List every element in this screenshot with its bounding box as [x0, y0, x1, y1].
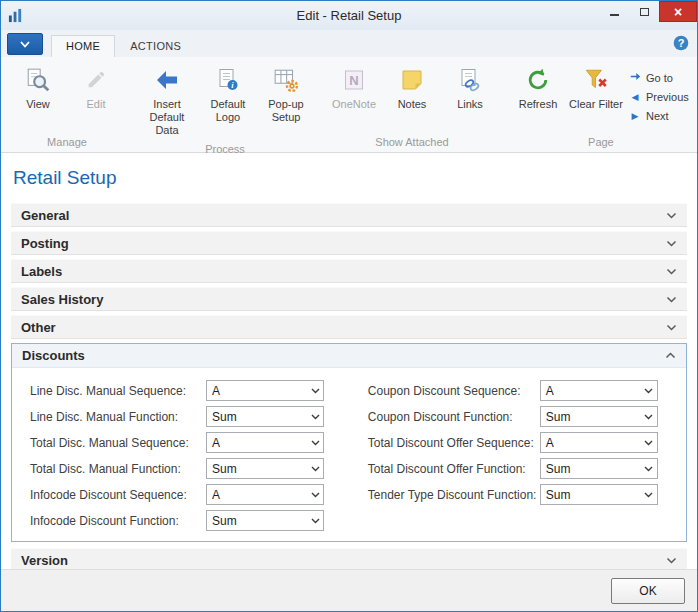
chevron-down-icon[interactable]	[307, 492, 323, 498]
window-title: Edit - Retail Setup	[1, 8, 697, 23]
notes-label: Notes	[398, 98, 427, 111]
chevron-down-icon[interactable]	[307, 414, 323, 420]
chevron-down-icon[interactable]	[307, 388, 323, 394]
application-menu-button[interactable]	[7, 33, 43, 55]
section-header-labels[interactable]: Labels	[11, 259, 687, 283]
document-info-icon: i	[216, 65, 240, 95]
page-navigation-stack: Go to ◀ Previous ▶ Next	[625, 62, 693, 125]
section-header-other[interactable]: Other	[11, 315, 687, 339]
popup-setup-label: Pop-up Setup	[259, 98, 313, 124]
page-content: Retail Setup General Posting Labels Sale…	[1, 153, 697, 569]
go-to-label: Go to	[646, 72, 673, 84]
field-label: Coupon Discount Function:	[368, 410, 540, 424]
field-row: Infocode Discount Function: Sum	[30, 510, 350, 531]
infocode-discount-function-combobox[interactable]: Sum	[206, 510, 324, 531]
line-disc-manual-function-combobox[interactable]: Sum	[206, 406, 324, 427]
infocode-discount-sequence-combobox[interactable]: A	[206, 484, 324, 505]
chevron-down-icon[interactable]	[641, 414, 657, 420]
section-header-version[interactable]: Version	[11, 548, 687, 569]
help-icon[interactable]: ?	[673, 35, 689, 54]
go-to-menu-item[interactable]: Go to	[629, 68, 689, 87]
discounts-left-column: Line Disc. Manual Sequence: A Line Disc.…	[30, 380, 350, 531]
links-label: Links	[457, 98, 483, 111]
popup-setup-button[interactable]: Pop-up Setup	[257, 62, 315, 128]
section-label: Labels	[21, 264, 62, 279]
next-menu-item[interactable]: ▶ Next	[629, 106, 689, 125]
field-label: Infocode Discount Function:	[30, 514, 206, 528]
coupon-discount-function-combobox[interactable]: Sum	[540, 406, 658, 427]
field-row: Line Disc. Manual Function: Sum	[30, 406, 350, 427]
page-title: Retail Setup	[13, 167, 687, 189]
total-discount-offer-function-combobox[interactable]: Sum	[540, 458, 658, 479]
combobox-value: Sum	[541, 488, 641, 502]
section-label: Other	[21, 320, 56, 335]
next-triangle-icon: ▶	[629, 111, 641, 121]
footer-bar: OK	[1, 569, 697, 611]
section-header-posting[interactable]: Posting	[11, 231, 687, 255]
view-button[interactable]: View	[9, 62, 67, 128]
discounts-right-column: Coupon Discount Sequence: A Coupon Disco…	[368, 380, 678, 531]
insert-default-data-label: Insert Default Data	[137, 98, 197, 138]
notes-button[interactable]: Notes	[383, 62, 441, 128]
ok-button[interactable]: OK	[611, 578, 685, 604]
chevron-down-icon[interactable]	[641, 388, 657, 394]
tender-type-discount-function-combobox[interactable]: Sum	[540, 484, 658, 505]
minimize-button[interactable]	[599, 1, 629, 22]
section-header-sales-history[interactable]: Sales History	[11, 287, 687, 311]
tab-actions[interactable]: ACTIONS	[115, 35, 196, 57]
go-to-arrow-icon	[629, 71, 641, 84]
refresh-button[interactable]: Refresh	[509, 62, 567, 128]
chevron-down-icon[interactable]	[307, 440, 323, 446]
links-button[interactable]: Links	[441, 62, 499, 128]
field-row: Total Discount Offer Function: Sum	[368, 458, 678, 479]
clear-filter-funnel-icon	[583, 65, 609, 95]
previous-menu-item[interactable]: ◀ Previous	[629, 87, 689, 106]
next-label: Next	[646, 110, 669, 122]
total-discount-offer-sequence-combobox[interactable]: A	[540, 432, 658, 453]
chevron-down-icon[interactable]	[641, 466, 657, 472]
field-label: Total Disc. Manual Function:	[30, 462, 206, 476]
combobox-value: A	[207, 384, 307, 398]
ribbon-group-page: Refresh Clear Filter Go to	[507, 59, 695, 152]
tab-home[interactable]: HOME	[51, 35, 115, 57]
maximize-button[interactable]	[629, 1, 659, 22]
field-label: Total Discount Offer Function:	[368, 462, 540, 476]
chevron-down-icon[interactable]	[307, 466, 323, 472]
total-disc-manual-function-combobox[interactable]: Sum	[206, 458, 324, 479]
section-header-general[interactable]: General	[11, 203, 687, 227]
field-row: Line Disc. Manual Sequence: A	[30, 380, 350, 401]
combobox-value: Sum	[541, 462, 641, 476]
total-disc-manual-sequence-combobox[interactable]: A	[206, 432, 324, 453]
default-logo-button[interactable]: i Default Logo	[199, 62, 257, 128]
combobox-value: Sum	[207, 462, 307, 476]
chevron-down-icon	[666, 557, 677, 564]
combobox-value: Sum	[207, 514, 307, 528]
previous-label: Previous	[646, 91, 689, 103]
retail-setup-window: Edit - Retail Setup × HOME ACTIONS ?	[0, 0, 698, 612]
chevron-down-icon	[666, 324, 677, 331]
svg-text:?: ?	[678, 37, 685, 49]
line-disc-manual-sequence-combobox[interactable]: A	[206, 380, 324, 401]
chevron-down-icon[interactable]	[641, 492, 657, 498]
chevron-down-icon	[666, 240, 677, 247]
group-label-manage: Manage	[9, 134, 125, 152]
combobox-value: Sum	[541, 410, 641, 424]
group-label-show-attached: Show Attached	[325, 134, 499, 152]
field-row: Total Discount Offer Sequence: A	[368, 432, 678, 453]
ribbon-group-process: Insert Default Data i Default Logo Pop-u…	[133, 59, 317, 152]
section-header-discounts[interactable]: Discounts	[12, 344, 686, 368]
discounts-panel: Line Disc. Manual Sequence: A Line Disc.…	[12, 368, 686, 541]
clear-filter-button[interactable]: Clear Filter	[567, 62, 625, 128]
refresh-label: Refresh	[519, 98, 558, 111]
field-label: Infocode Discount Sequence:	[30, 488, 206, 502]
chevron-down-icon[interactable]	[307, 518, 323, 524]
combobox-value: A	[541, 436, 641, 450]
close-button[interactable]: ×	[659, 1, 697, 22]
chevron-down-icon	[666, 296, 677, 303]
section-label: General	[21, 208, 69, 223]
coupon-discount-sequence-combobox[interactable]: A	[540, 380, 658, 401]
field-label: Line Disc. Manual Function:	[30, 410, 206, 424]
field-label: Total Disc. Manual Sequence:	[30, 436, 206, 450]
chevron-down-icon[interactable]	[641, 440, 657, 446]
insert-default-data-button[interactable]: Insert Default Data	[135, 62, 199, 141]
